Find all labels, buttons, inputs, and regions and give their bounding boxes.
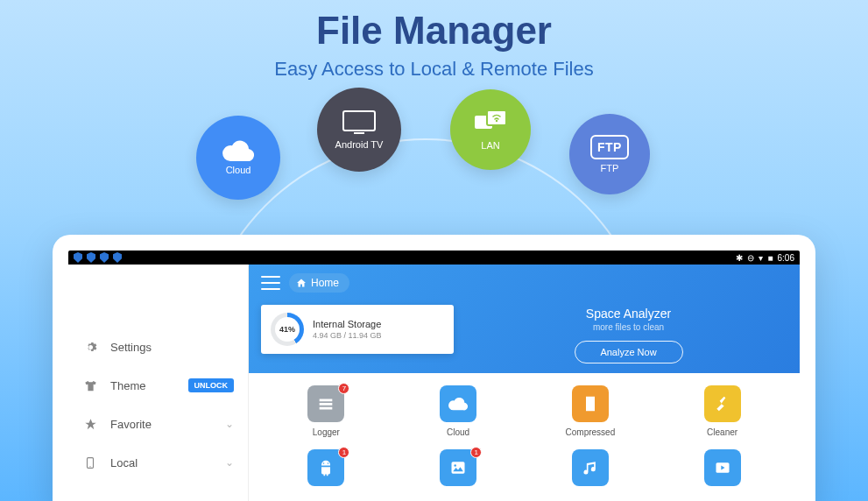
tablet-frame: ✱ ⊖ ▾ ■ 6:06 Settings Theme UNLOCK — [53, 235, 815, 501]
android-status-bar: ✱ ⊖ ▾ ■ 6:06 — [68, 250, 800, 265]
tile-label: Cleaner — [707, 427, 737, 437]
svg-point-10 — [455, 464, 457, 467]
svg-point-6 — [89, 466, 90, 467]
sidebar-item-settings[interactable]: Settings — [68, 328, 248, 366]
tile-label: Compressed — [566, 427, 616, 437]
tile-label: Logger — [313, 427, 340, 437]
tile-images[interactable]: 1 — [397, 449, 520, 491]
count-badge: 7 — [338, 383, 349, 394]
shield-icon — [74, 252, 82, 263]
tile-logger[interactable]: 7 Logger — [265, 385, 388, 437]
dnd-icon: ⊖ — [747, 253, 754, 263]
gear-icon — [82, 341, 98, 354]
category-grid: 7 Logger Cloud Compressed Cleaner — [249, 373, 800, 491]
shield-icon — [100, 252, 109, 263]
bluetooth-icon: ✱ — [736, 253, 743, 263]
sidebar-item-favorite[interactable]: Favorite ⌄ — [68, 405, 248, 443]
cloud-icon — [222, 140, 254, 161]
feature-badge-android-tv[interactable]: Android TV — [317, 88, 401, 172]
feature-badge-row: Cloud Android TV LAN FTP FTP — [0, 88, 868, 219]
svg-rect-0 — [343, 111, 375, 131]
shield-icon — [113, 252, 122, 263]
sidebar-item-label: Theme — [110, 379, 145, 392]
storage-ring-icon: 41% — [271, 313, 304, 346]
storage-card[interactable]: 41% Internal Storage 4.94 GB / 11.94 GB — [261, 305, 454, 354]
tile-compressed[interactable]: Compressed — [529, 385, 653, 437]
feature-badge-label: LAN — [481, 140, 499, 151]
breadcrumb-home[interactable]: Home — [289, 273, 349, 293]
zip-icon — [572, 385, 609, 422]
space-analyzer: Space Analyzer more files to clean Analy… — [469, 305, 787, 363]
hero-subtitle: Easy Access to Local & Remote Files — [0, 58, 868, 81]
svg-rect-9 — [452, 462, 465, 473]
count-badge: 1 — [338, 447, 349, 458]
battery-icon: ■ — [767, 253, 773, 263]
tile-cleaner[interactable]: Cleaner — [660, 385, 784, 437]
storage-title: Internal Storage — [313, 319, 382, 329]
tile-cloud[interactable]: Cloud — [397, 385, 520, 437]
feature-badge-lan[interactable]: LAN — [450, 89, 531, 170]
sidebar-item-theme[interactable]: Theme UNLOCK — [68, 366, 248, 405]
feature-badge-label: Android TV — [335, 139, 384, 150]
analyzer-title: Space Analyzer — [469, 307, 787, 321]
sidebar-item-label: Settings — [110, 341, 152, 354]
sidebar: Settings Theme UNLOCK Favorite ⌄ Local ⌄ — [68, 265, 249, 501]
storage-detail: 4.94 GB / 11.94 GB — [313, 331, 382, 340]
svg-point-7 — [323, 462, 325, 464]
sidebar-item-label: Local — [110, 456, 138, 469]
shield-icon — [87, 252, 95, 263]
broom-icon — [704, 385, 741, 422]
chevron-down-icon: ⌄ — [225, 418, 234, 430]
storage-percent: 41% — [275, 317, 300, 342]
ftp-icon: FTP — [590, 135, 629, 159]
tile-label: Cloud — [447, 427, 469, 437]
menu-button[interactable] — [261, 276, 280, 290]
tv-icon — [342, 109, 377, 136]
feature-badge-cloud[interactable]: Cloud — [196, 116, 280, 200]
feature-badge-ftp[interactable]: FTP FTP — [569, 114, 650, 194]
sidebar-item-local[interactable]: Local ⌄ — [68, 443, 248, 482]
phone-icon — [82, 456, 98, 469]
hero-title: File Manager — [0, 9, 868, 53]
app-header: Home 41% Internal Storage 4.94 GB / 11.9… — [249, 265, 800, 373]
star-icon — [82, 418, 98, 431]
cloud-icon — [440, 385, 476, 422]
shirt-icon — [82, 379, 98, 392]
video-icon — [704, 449, 741, 486]
unlock-badge[interactable]: UNLOCK — [188, 378, 235, 392]
tile-music[interactable] — [529, 449, 653, 491]
svg-point-4 — [496, 120, 498, 122]
breadcrumb-label: Home — [311, 277, 339, 289]
tile-video[interactable] — [660, 449, 784, 491]
analyze-now-button[interactable]: Analyze Now — [575, 341, 683, 363]
sidebar-item-label: Favorite — [110, 418, 152, 431]
count-badge: 1 — [470, 447, 482, 458]
music-icon — [572, 449, 609, 486]
lan-icon — [473, 109, 508, 137]
analyzer-subtitle: more files to clean — [469, 322, 787, 332]
feature-badge-label: Cloud — [226, 165, 251, 175]
wifi-icon: ▾ — [759, 253, 763, 263]
tile-apps[interactable]: 1 — [265, 449, 388, 491]
svg-rect-1 — [354, 132, 364, 134]
home-icon — [296, 278, 307, 288]
svg-point-8 — [328, 462, 329, 464]
tablet-screen: ✱ ⊖ ▾ ■ 6:06 Settings Theme UNLOCK — [68, 250, 800, 501]
feature-badge-label: FTP — [601, 163, 619, 173]
status-time: 6:06 — [778, 253, 794, 263]
chevron-down-icon: ⌄ — [225, 456, 234, 469]
